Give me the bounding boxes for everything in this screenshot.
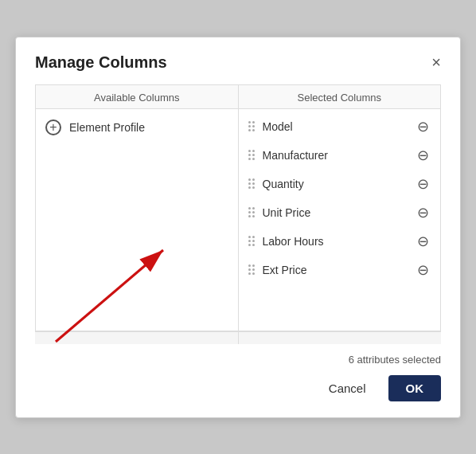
selected-item-label: Manufacturer — [263, 149, 416, 162]
selected-item[interactable]: Quantity ⊖ — [239, 170, 441, 198]
drag-handle-icon — [248, 121, 255, 131]
add-icon: + — [45, 119, 61, 135]
attributes-selected-text: 6 attributes selected — [35, 354, 441, 366]
drag-handle-icon — [248, 150, 255, 160]
selected-item-label: Quantity — [263, 178, 416, 190]
available-columns-body[interactable]: + Element Profile — [36, 109, 238, 331]
close-button[interactable]: × — [431, 54, 441, 70]
selected-item[interactable]: Labor Hours ⊖ — [239, 227, 441, 256]
selected-columns-section: Selected Columns Model ⊖ Manu — [238, 85, 441, 331]
left-scrollbar[interactable] — [35, 332, 238, 344]
available-item-label: Element Profile — [69, 121, 145, 134]
scrollbar-row — [35, 331, 441, 344]
selected-item-label: Unit Price — [263, 206, 416, 219]
modal-overlay: Manage Columns × Available Columns + Ele… — [7, 8, 469, 446]
selected-item[interactable]: Unit Price ⊖ — [239, 198, 441, 227]
selected-item[interactable]: Manufacturer ⊖ — [239, 141, 441, 170]
modal-header: Manage Columns × — [35, 53, 441, 72]
drag-handle-icon — [248, 236, 255, 246]
selected-item-label: Model — [263, 120, 416, 133]
drag-handle-icon — [248, 207, 255, 217]
columns-container: Available Columns + Element Profile Sele… — [35, 84, 441, 331]
available-item-element-profile[interactable]: + Element Profile — [36, 112, 238, 143]
selected-item[interactable]: Model ⊖ — [239, 112, 441, 141]
remove-item-button[interactable]: ⊖ — [416, 263, 431, 277]
selected-item-label: Ext Price — [263, 264, 416, 276]
right-scrollbar[interactable] — [238, 332, 442, 344]
remove-item-button[interactable]: ⊖ — [416, 205, 431, 220]
ok-button[interactable]: OK — [388, 375, 442, 401]
drag-handle-icon — [248, 178, 255, 189]
available-columns-section: Available Columns + Element Profile — [36, 85, 238, 331]
remove-item-button[interactable]: ⊖ — [416, 177, 431, 191]
available-columns-header: Available Columns — [36, 85, 238, 109]
drag-handle-icon — [248, 264, 255, 275]
selected-columns-header: Selected Columns — [239, 85, 441, 109]
remove-item-button[interactable]: ⊖ — [416, 234, 431, 249]
remove-item-button[interactable]: ⊖ — [416, 148, 431, 162]
selected-item[interactable]: Ext Price ⊖ — [239, 256, 441, 284]
remove-item-button[interactable]: ⊖ — [416, 119, 431, 134]
manage-columns-modal: Manage Columns × Available Columns + Ele… — [15, 37, 461, 418]
modal-title: Manage Columns — [35, 53, 167, 72]
cancel-button[interactable]: Cancel — [316, 375, 379, 401]
selected-item-label: Labor Hours — [263, 235, 416, 248]
selected-columns-body[interactable]: Model ⊖ Manufacturer ⊖ Quantity — [239, 109, 441, 331]
footer-actions: Cancel OK — [35, 375, 441, 401]
